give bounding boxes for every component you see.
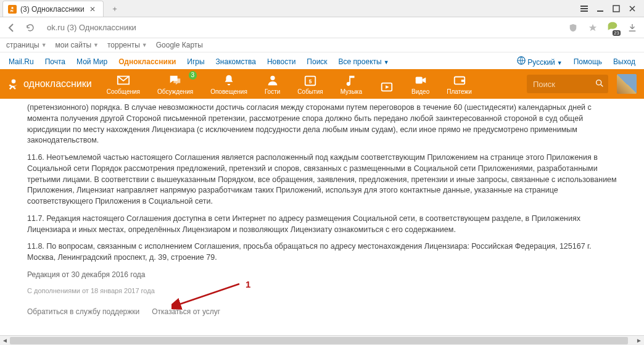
support-link[interactable]: Обратиться в службу поддержки [27, 307, 139, 317]
scroll-track[interactable] [10, 337, 634, 344]
svg-point-12 [597, 80, 601, 85]
logout-link[interactable]: Выход [613, 57, 635, 66]
ok-logo-text: одноклассники [23, 78, 92, 89]
scroll-left-icon[interactable]: ◄ [0, 336, 10, 345]
scroll-thumb[interactable] [10, 337, 628, 344]
ok-favicon [8, 5, 17, 14]
minimize-icon[interactable] [595, 3, 606, 14]
reload-button[interactable] [23, 21, 37, 35]
svg-point-0 [11, 7, 13, 9]
menu-icon[interactable] [579, 3, 590, 14]
ok-nav: одноклассники Сообщения 3 Обсуждения Опо… [0, 69, 644, 99]
search-box[interactable] [527, 75, 608, 93]
nav-video[interactable]: Видео [411, 73, 429, 95]
mailru-link-active[interactable]: Одноклассники [118, 57, 176, 66]
browser-toolbar: ok.ru (3) Одноклассники 23 [0, 17, 644, 38]
nav-label: Видео [411, 88, 429, 95]
close-tab-icon[interactable]: ✕ [88, 5, 97, 14]
calendar-icon: 5 [303, 73, 318, 87]
nav-label: События [297, 88, 323, 95]
mailru-bar: Mail.Ru Почта Мой Мир Одноклассники Игры… [0, 52, 644, 69]
nav-label: Платежи [447, 88, 472, 95]
svg-rect-9 [415, 77, 422, 83]
back-button[interactable] [5, 21, 19, 35]
nav-guests[interactable]: Гости [265, 73, 280, 95]
nav-label: Обсуждения [157, 88, 193, 95]
scroll-right-icon[interactable]: ► [634, 336, 644, 345]
amendment-date: С дополнениями от 18 января 2017 года [27, 286, 617, 296]
chat-icon [168, 73, 183, 87]
maximize-icon[interactable] [611, 3, 622, 14]
mailru-link[interactable]: Знакомства [216, 57, 256, 66]
person-icon [265, 73, 280, 87]
ok-logo[interactable]: одноклассники [7, 78, 92, 90]
nav-label: Гости [265, 88, 280, 95]
nav-label: Оповещения [210, 88, 247, 95]
help-link[interactable]: Помощь [574, 57, 602, 66]
nav-notifications[interactable]: Оповещения [210, 73, 247, 95]
badge: 3 [189, 71, 197, 80]
mailru-link[interactable]: Поиск [307, 57, 327, 66]
download-icon[interactable] [625, 21, 639, 35]
agreement-paragraph: (претензионного) порядка. В случае невоз… [27, 102, 617, 146]
svg-text:5: 5 [309, 78, 312, 84]
close-window-icon[interactable] [627, 3, 638, 14]
svg-rect-1 [597, 10, 603, 12]
nav-events[interactable]: 5 События [297, 73, 323, 95]
bookmark-item[interactable]: страницы▼ [6, 41, 47, 49]
mailru-link[interactable]: Mail.Ru [9, 57, 34, 66]
browser-tab[interactable]: (3) Одноклассники ✕ [2, 1, 104, 17]
svg-rect-2 [613, 6, 619, 12]
window-controls [572, 0, 644, 17]
agreement-content: (претензионного) порядка. В случае невоз… [0, 99, 644, 317]
mailru-link[interactable]: Мой Мир [76, 57, 107, 66]
tab-strip: (3) Одноклассники ✕ ＋ [0, 0, 644, 17]
bookmark-item[interactable]: мои сайты▼ [56, 41, 99, 49]
mailru-link[interactable]: Новости [267, 57, 295, 66]
agreement-paragraph: 11.7. Редакция настоящего Соглашения дос… [27, 214, 617, 236]
language-switch[interactable]: Русский▼ [517, 56, 563, 67]
revision-date: Редакция от 30 декабря 2016 года [27, 270, 617, 280]
nav-music[interactable]: Музыка [341, 73, 362, 95]
url-bar[interactable]: ok.ru (3) Одноклассники [42, 20, 561, 35]
star-icon[interactable] [586, 21, 600, 35]
url-text: ok.ru (3) Одноклассники [47, 23, 136, 32]
shield-icon[interactable] [566, 21, 580, 35]
nav-discussions[interactable]: 3 Обсуждения [157, 73, 193, 95]
search-input[interactable] [533, 80, 588, 89]
agreement-paragraph: 11.8. По вопросам, связанным с исполнени… [27, 241, 617, 264]
video-icon [413, 73, 428, 87]
mailru-link[interactable]: Почта [45, 57, 65, 66]
svg-rect-11 [461, 80, 464, 82]
bookmarks-bar: страницы▼ мои сайты▼ торренты▼ Google Ка… [0, 38, 644, 52]
nav-label: Музыка [341, 88, 362, 95]
nav-messages[interactable]: Сообщения [107, 73, 140, 95]
nav-play[interactable] [379, 80, 394, 95]
optout-link[interactable]: Отказаться от услуг [152, 307, 220, 317]
mailru-link[interactable]: Игры [187, 57, 204, 66]
globe-icon [517, 56, 526, 65]
horizontal-scrollbar[interactable]: ◄ ► [0, 335, 644, 345]
new-tab-button[interactable]: ＋ [106, 1, 123, 17]
bookmark-item[interactable]: торренты▼ [107, 41, 147, 49]
search-icon[interactable] [595, 78, 605, 90]
tab-title: (3) Одноклассники [20, 5, 85, 14]
nav-payments[interactable]: Платежи [447, 73, 472, 95]
mailru-link[interactable]: Все проекты▼ [339, 57, 389, 66]
svg-point-4 [12, 80, 16, 84]
play-icon [379, 80, 394, 94]
avatar[interactable] [617, 74, 637, 94]
mail-icon [116, 73, 131, 87]
bell-icon [221, 73, 236, 87]
agreement-paragraph: 11.6. Неотъемлемой частью настоящего Сог… [27, 152, 617, 207]
nav-label: Сообщения [107, 88, 140, 95]
ok-logo-icon [7, 78, 20, 90]
bookmark-item[interactable]: Google Карты [156, 41, 203, 49]
extension-icon[interactable]: 23 [606, 21, 619, 35]
svg-point-5 [270, 75, 275, 80]
note-icon [344, 73, 358, 87]
wallet-icon [452, 73, 467, 87]
